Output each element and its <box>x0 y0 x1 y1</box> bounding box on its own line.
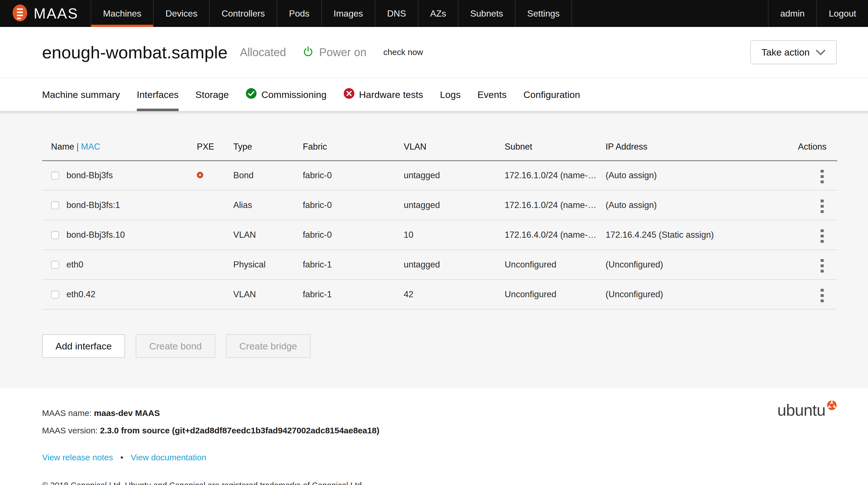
tab-interfaces[interactable]: Interfaces <box>128 78 187 111</box>
interface-name: eth0 <box>66 260 83 270</box>
interface-action-buttons: Add interface Create bond Create bridge <box>42 334 837 388</box>
ubuntu-logo: ubuntu <box>777 401 837 419</box>
interface-row: bond-Bbj3fs.10 VLAN fabric-0 10 172.16.4… <box>42 220 837 250</box>
top-navigation: MAAS Machines Devices Controllers Pods I… <box>0 0 868 27</box>
interface-type: Alias <box>233 190 303 220</box>
circle-of-friends-icon <box>827 401 837 411</box>
add-interface-button[interactable]: Add interface <box>42 334 125 358</box>
interface-fabric: fabric-1 <box>303 250 404 280</box>
interface-subnet: Unconfigured <box>505 280 606 309</box>
tab-hardware-tests[interactable]: Hardware tests <box>335 78 432 111</box>
row-checkbox[interactable] <box>51 201 59 209</box>
page-footer: MAAS name: maas-dev MAAS MAAS version: 2… <box>0 388 868 485</box>
interface-row: eth0.42 VLAN fabric-1 42 Unconfigured (U… <box>42 280 837 309</box>
nav-right: admin Logout <box>768 0 868 27</box>
nav-item-logout[interactable]: Logout <box>816 0 868 27</box>
interface-ip: (Auto assign) <box>606 190 754 220</box>
tab-configuration[interactable]: Configuration <box>515 78 588 111</box>
ubuntu-wordmark: ubuntu <box>777 401 826 419</box>
column-header-subnet: Subnet <box>505 134 606 161</box>
nav-item-pods[interactable]: Pods <box>277 0 321 27</box>
interface-name: eth0.42 <box>66 289 95 299</box>
tab-events[interactable]: Events <box>469 78 515 111</box>
interface-fabric: fabric-0 <box>303 161 404 190</box>
take-action-button[interactable]: Take action <box>750 40 837 64</box>
interface-subnet: 172.16.1.0/24 (name-… <box>505 161 606 190</box>
row-actions-menu-button[interactable] <box>818 286 827 305</box>
power-state: Power on <box>302 46 366 59</box>
column-header-type: Type <box>233 134 303 161</box>
tab-machine-summary[interactable]: Machine summary <box>34 78 128 111</box>
row-actions-menu-button[interactable] <box>818 256 827 275</box>
success-check-icon <box>246 88 257 101</box>
nav-item-subnets[interactable]: Subnets <box>458 0 515 27</box>
row-checkbox[interactable] <box>51 231 59 239</box>
nav-item-admin[interactable]: admin <box>768 0 816 27</box>
footer-links: View release notes • View documentation <box>42 453 837 462</box>
interface-type: Bond <box>233 161 303 190</box>
interface-vlan: 42 <box>404 280 505 309</box>
create-bridge-button[interactable]: Create bridge <box>226 334 311 358</box>
row-checkbox[interactable] <box>51 261 59 269</box>
sort-by-name[interactable]: Name <box>51 142 74 151</box>
page-header: enough-wombat.sample Allocated Power on … <box>0 27 868 78</box>
link-separator-dot: • <box>120 453 123 462</box>
machine-title: enough-wombat.sample <box>42 42 228 62</box>
interfaces-table: Name|MAC PXE Type Fabric VLAN Subnet IP … <box>42 134 837 310</box>
interface-ip: (Unconfigured) <box>606 250 754 280</box>
interface-name: bond-Bbj3fs <box>66 170 113 180</box>
row-actions-menu-button[interactable] <box>818 197 827 216</box>
sort-by-mac-link[interactable]: MAC <box>81 142 100 151</box>
power-icon <box>302 46 314 59</box>
nav-item-controllers[interactable]: Controllers <box>209 0 277 27</box>
nav-items: Machines Devices Controllers Pods Images… <box>91 0 572 27</box>
interface-vlan: untagged <box>404 161 505 190</box>
view-documentation-link[interactable]: View documentation <box>131 453 206 462</box>
maas-name-value: maas-dev MAAS <box>94 408 160 418</box>
interface-vlan: 10 <box>404 220 505 250</box>
interface-subnet: Unconfigured <box>505 250 606 280</box>
interface-subnet: 172.16.4.0/24 (name-… <box>505 220 606 250</box>
nav-item-settings[interactable]: Settings <box>515 0 572 27</box>
interface-subnet: 172.16.1.0/24 (name-… <box>505 190 606 220</box>
nav-item-dns[interactable]: DNS <box>375 0 418 27</box>
check-power-now-link[interactable]: check now <box>383 48 423 57</box>
copyright-text: © 2018 Canonical Ltd. Ubuntu and Canonic… <box>42 481 837 485</box>
interface-row: eth0 Physical fabric-1 untagged Unconfig… <box>42 250 837 280</box>
column-header-vlan: VLAN <box>404 134 505 161</box>
row-checkbox[interactable] <box>51 171 59 180</box>
interface-ip: (Unconfigured) <box>606 280 754 309</box>
power-state-label: Power on <box>319 46 366 59</box>
row-checkbox[interactable] <box>51 290 59 298</box>
column-header-actions: Actions <box>754 134 837 161</box>
nav-item-machines[interactable]: Machines <box>91 0 153 27</box>
column-header-pxe: PXE <box>197 134 233 161</box>
nav-item-images[interactable]: Images <box>321 0 375 27</box>
nav-item-devices[interactable]: Devices <box>153 0 209 27</box>
maas-logo[interactable]: MAAS <box>0 0 91 27</box>
interface-vlan: untagged <box>404 250 505 280</box>
tab-commissioning[interactable]: Commissioning <box>237 78 335 111</box>
interface-ip: (Auto assign) <box>606 161 754 190</box>
tab-logs[interactable]: Logs <box>432 78 469 111</box>
interface-vlan: untagged <box>404 190 505 220</box>
interface-name: bond-Bbj3fs:1 <box>66 200 120 210</box>
interfaces-section: Name|MAC PXE Type Fabric VLAN Subnet IP … <box>0 111 868 388</box>
maas-version-value: 2.3.0 from source (git+d2ad8df87eedc1b3f… <box>100 426 379 435</box>
interface-name: bond-Bbj3fs.10 <box>66 230 125 240</box>
tab-storage[interactable]: Storage <box>187 78 237 111</box>
machine-tabs: Machine summary Interfaces Storage Commi… <box>0 78 868 111</box>
machine-status: Allocated <box>240 46 286 59</box>
interface-type: VLAN <box>233 220 303 250</box>
interface-type: Physical <box>233 250 303 280</box>
nav-item-azs[interactable]: AZs <box>418 0 458 27</box>
maas-name-line: MAAS name: maas-dev MAAS <box>42 408 837 418</box>
create-bond-button[interactable]: Create bond <box>136 334 215 358</box>
interface-fabric: fabric-0 <box>303 190 404 220</box>
row-actions-menu-button[interactable] <box>818 227 827 246</box>
column-header-name-mac: Name|MAC <box>42 134 197 161</box>
column-header-fabric: Fabric <box>303 134 404 161</box>
view-release-notes-link[interactable]: View release notes <box>42 453 113 462</box>
maas-version-line: MAAS version: 2.3.0 from source (git+d2a… <box>42 426 837 435</box>
row-actions-menu-button[interactable] <box>818 167 827 186</box>
